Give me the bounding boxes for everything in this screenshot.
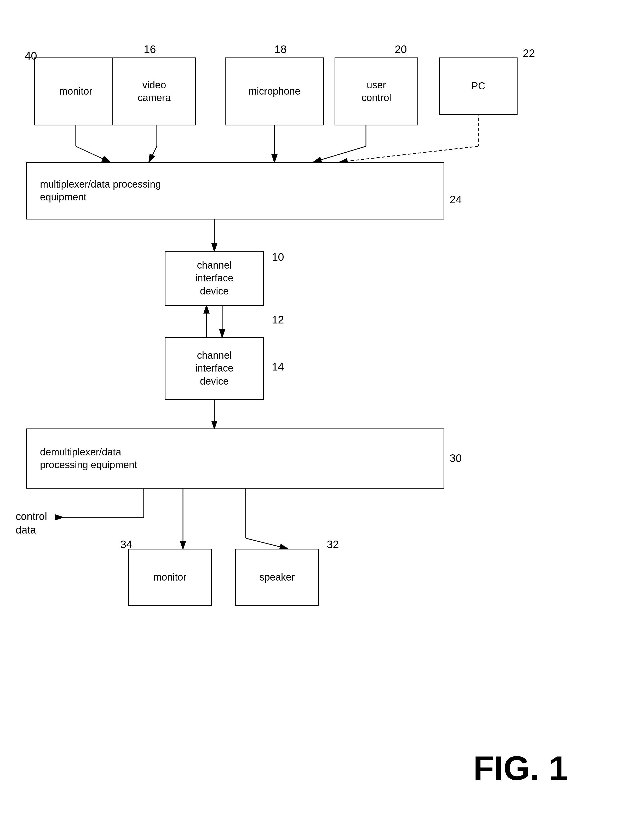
speaker-label: speaker [259,571,295,584]
connection-arrows [0,0,620,840]
pc-box: PC [439,57,518,115]
monitor-bottom-box: monitor [128,548,212,606]
svg-line-8 [314,146,366,162]
svg-line-5 [149,146,157,162]
monitor-top-box: monitor [34,57,117,125]
channel-interface-2-ref: 14 [272,361,284,373]
microphone-box: microphone [225,57,324,125]
figure-label: FIG. 1 [473,748,568,788]
channel-interface-2-box: channel interface device [165,337,264,400]
pc-label: PC [471,80,485,93]
diagram: monitor 40 video camera 16 microphone 18… [0,0,620,840]
monitor-top-label: monitor [59,85,93,98]
demultiplexer-ref: 30 [450,452,462,464]
user-control-label: user control [361,79,391,105]
microphone-ref: 18 [274,43,287,56]
user-control-ref: 20 [395,43,407,56]
channel-interface-1-box: channel interface device [165,251,264,306]
svg-line-3 [76,146,110,162]
multiplexer-box: multiplexer/data processing equipment [26,162,444,219]
channel-interface-2-label: channel interface device [195,349,233,388]
monitor-bottom-label: monitor [153,571,187,584]
video-camera-label: video camera [138,79,171,105]
channel-link-ref: 12 [272,314,284,326]
channel-interface-1-ref: 10 [272,251,284,263]
speaker-ref: 32 [327,538,339,551]
monitor-bottom-ref: 34 [120,538,132,551]
monitor-top-ref: 40 [25,50,37,62]
channel-interface-1-label: channel interface device [195,259,233,298]
user-control-box: user control [334,57,418,125]
video-camera-box: video camera [112,57,196,125]
svg-line-10 [340,146,479,162]
multiplexer-ref: 24 [450,193,462,206]
video-camera-ref: 16 [144,43,156,56]
pc-ref: 22 [523,47,535,60]
demultiplexer-box: demultiplexer/data processing equipment [26,428,444,488]
control-data-label: control data [16,509,47,536]
speaker-box: speaker [235,548,319,606]
demultiplexer-label: demultiplexer/data processing equipment [40,446,137,472]
multiplexer-label: multiplexer/data processing equipment [40,178,161,204]
svg-line-19 [246,538,287,548]
microphone-label: microphone [248,85,301,98]
